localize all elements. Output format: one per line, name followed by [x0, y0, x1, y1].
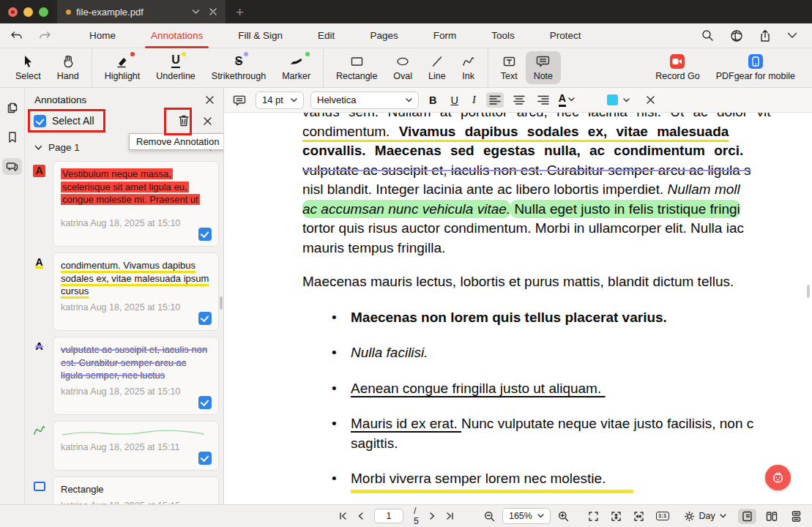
annotation-checkbox[interactable] [198, 228, 212, 241]
ink-tool[interactable]: Ink [454, 51, 483, 84]
ai-assistant-button[interactable] [765, 465, 791, 490]
page-number-input[interactable] [374, 509, 403, 523]
record-go-button[interactable]: Record Go [647, 51, 707, 84]
thumbnails-panel-icon[interactable] [3, 98, 21, 116]
annotation-checkbox[interactable] [198, 396, 212, 409]
menu-protect[interactable]: Protect [532, 23, 599, 48]
fit-width-icon[interactable] [633, 511, 644, 522]
search-icon[interactable] [701, 29, 714, 42]
title-bar: file-example.pdf + [0, 0, 812, 23]
note-bubble-icon [536, 54, 550, 68]
align-center-button[interactable] [510, 92, 528, 108]
text-box-icon [502, 54, 516, 68]
align-right-button[interactable] [534, 92, 552, 108]
bold-button[interactable]: B [425, 94, 440, 106]
document-tab[interactable]: file-example.pdf [57, 0, 226, 23]
left-rail [0, 88, 25, 504]
select-all-checkbox[interactable] [34, 115, 46, 127]
annotation-card[interactable]: vulputate ac suscipit et, iaculis non es… [53, 337, 219, 415]
oval-tool[interactable]: Oval [385, 51, 420, 84]
annotation-list-item[interactable]: A Rectangle katrina Aug 18, 2025 at 15:1… [29, 476, 219, 504]
rectangle-tool[interactable]: Rectangle [328, 51, 385, 84]
italic-button[interactable]: I [469, 94, 480, 106]
annotation-card[interactable]: Rectangle katrina Aug 18, 2025 at 15:15 [53, 476, 219, 504]
bookmarks-panel-icon[interactable] [4, 128, 21, 146]
underline-button[interactable]: U [447, 94, 461, 106]
menu-home[interactable]: Home [72, 23, 133, 48]
document-scrollbar-thumb[interactable] [807, 285, 810, 298]
tool-bar: Select Hand Highlight U Underline S Stri… [0, 48, 812, 88]
menu-form[interactable]: Form [416, 23, 474, 48]
annotations-panel-icon[interactable] [2, 158, 22, 175]
zoom-in-icon[interactable] [558, 511, 569, 522]
menu-bar: Home Annotations Fill & Sign Edit Pages … [0, 23, 812, 48]
next-page-button[interactable] [429, 512, 436, 520]
two-page-view-icon[interactable] [762, 509, 781, 524]
text-tool[interactable]: Text [493, 51, 526, 84]
hand-tool[interactable]: Hand [49, 51, 87, 84]
strikethrough-tool[interactable]: S Strikethrough [204, 51, 274, 84]
annotation-text: condimentum. Vivamus dapibus sodales ex,… [61, 259, 211, 298]
minimize-window-button[interactable] [23, 7, 33, 17]
line-tool[interactable]: Line [420, 51, 454, 84]
fit-page-icon[interactable] [588, 511, 599, 522]
zoom-level-select[interactable]: 165% [502, 508, 551, 524]
menu-annotations[interactable]: Annotations [133, 23, 220, 48]
pdfgear-mobile-button[interactable]: PDFgear for mobile [708, 51, 803, 84]
hand-icon [62, 54, 74, 68]
continuous-scroll-view-icon[interactable] [787, 509, 805, 524]
first-page-button[interactable] [338, 512, 347, 520]
align-left-button[interactable] [486, 92, 504, 108]
support-icon[interactable] [730, 29, 743, 42]
panel-scrollbar-thumb[interactable] [220, 296, 223, 310]
remove-annotation-trash-icon[interactable] [178, 114, 190, 127]
annotation-card[interactable]: Vestibulum neque massa, scelerisque sit … [53, 161, 219, 247]
tab-chevron-down-icon[interactable] [192, 9, 200, 15]
deselect-icon[interactable] [204, 117, 212, 125]
single-page-view-icon[interactable] [738, 509, 756, 524]
mobile-phone-icon [748, 54, 763, 68]
document-page[interactable]: varius sem. Nullam at porttitor arcu, ne… [224, 113, 812, 504]
close-window-button[interactable] [8, 7, 18, 17]
tab-close-icon[interactable] [209, 8, 217, 15]
zoom-out-icon[interactable] [484, 511, 495, 522]
annotation-checkbox[interactable] [198, 312, 212, 325]
format-bar-close-icon[interactable] [647, 96, 655, 104]
annotation-type-icon: A [29, 161, 49, 247]
highlight-tool[interactable]: Highlight [97, 51, 149, 84]
annotation-checkbox[interactable] [198, 452, 212, 465]
annotation-list-item[interactable]: A condimentum. Vivamus dapibus sodales e… [29, 253, 219, 331]
note-color-button[interactable] [607, 94, 630, 105]
fit-height-icon[interactable] [611, 511, 622, 522]
actual-size-icon[interactable]: 1:1 [656, 512, 669, 520]
annotation-list-item[interactable]: A katrina Aug 18, 2025 at 15:11 [29, 421, 219, 471]
panel-close-icon[interactable] [206, 96, 214, 104]
redo-button[interactable] [39, 30, 51, 42]
zoom-window-button[interactable] [39, 7, 48, 17]
annotation-card[interactable]: condimentum. Vivamus dapibus sodales ex,… [53, 253, 219, 331]
note-comment-icon[interactable] [233, 94, 246, 106]
menu-pages[interactable]: Pages [352, 23, 415, 48]
day-mode-select[interactable]: Day [684, 511, 726, 522]
note-tool[interactable]: Note [526, 51, 561, 84]
previous-page-button[interactable] [357, 512, 364, 520]
annotation-list-item[interactable]: A vulputate ac suscipit et, iaculis non … [29, 337, 219, 415]
select-tool[interactable]: Select [7, 51, 49, 84]
menu-fill-sign[interactable]: Fill & Sign [220, 23, 300, 48]
font-color-button[interactable]: A [559, 93, 575, 106]
font-size-select[interactable]: 14 pt [256, 91, 304, 109]
day-mode-label: Day [699, 511, 715, 521]
last-page-button[interactable] [446, 512, 455, 520]
annotation-list-item[interactable]: A Vestibulum neque massa, scelerisque si… [29, 161, 219, 247]
underline-tool[interactable]: U Underline [148, 51, 204, 84]
marker-tool[interactable]: Marker [274, 51, 319, 84]
new-tab-button[interactable]: + [226, 5, 254, 19]
menu-edit[interactable]: Edit [300, 23, 352, 48]
share-icon[interactable] [759, 29, 771, 42]
font-family-select[interactable]: Helvetica [310, 91, 419, 109]
undo-button[interactable] [10, 30, 23, 42]
annotation-card[interactable]: katrina Aug 18, 2025 at 15:11 [53, 421, 219, 471]
menu-tools[interactable]: Tools [474, 23, 532, 48]
zoom-level-value: 165% [509, 511, 532, 521]
collapse-toolbar-chevron-icon[interactable] [787, 32, 797, 39]
